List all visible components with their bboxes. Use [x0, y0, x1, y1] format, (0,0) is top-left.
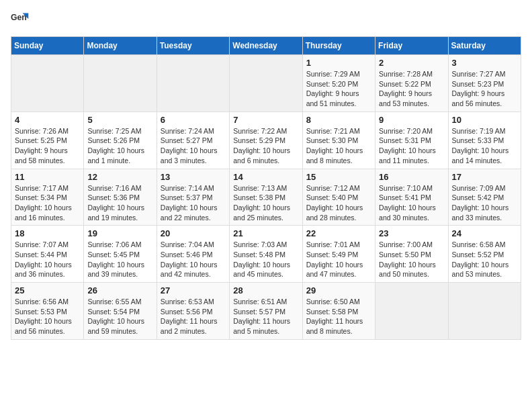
- day-number: 2: [379, 58, 444, 68]
- calendar-cell: 8Sunrise: 7:21 AM Sunset: 5:30 PM Daylig…: [302, 111, 375, 169]
- day-number: 17: [452, 172, 517, 182]
- day-header: Saturday: [448, 37, 521, 55]
- day-info: Sunrise: 7:28 AM Sunset: 5:22 PM Dayligh…: [379, 69, 444, 109]
- day-info: Sunrise: 7:13 AM Sunset: 5:38 PM Dayligh…: [233, 183, 298, 223]
- day-header: Tuesday: [157, 37, 229, 55]
- day-number: 26: [87, 285, 152, 295]
- calendar-cell: 26Sunrise: 6:55 AM Sunset: 5:54 PM Dayli…: [84, 283, 157, 340]
- day-number: 15: [306, 172, 371, 182]
- day-header: Wednesday: [230, 37, 302, 55]
- day-number: 19: [87, 228, 152, 238]
- day-number: 23: [379, 228, 444, 238]
- day-info: Sunrise: 7:03 AM Sunset: 5:48 PM Dayligh…: [233, 240, 298, 279]
- calendar-cell: 21Sunrise: 7:03 AM Sunset: 5:48 PM Dayli…: [230, 226, 302, 283]
- calendar-cell: 18Sunrise: 7:07 AM Sunset: 5:44 PM Dayli…: [11, 226, 84, 283]
- day-header: Thursday: [302, 37, 375, 55]
- day-info: Sunrise: 7:09 AM Sunset: 5:42 PM Dayligh…: [452, 183, 517, 223]
- calendar-cell: 24Sunrise: 6:58 AM Sunset: 5:52 PM Dayli…: [448, 226, 521, 283]
- calendar-cell: [84, 55, 157, 112]
- day-info: Sunrise: 7:16 AM Sunset: 5:36 PM Dayligh…: [87, 183, 152, 223]
- day-info: Sunrise: 7:17 AM Sunset: 5:34 PM Dayligh…: [15, 183, 80, 223]
- day-info: Sunrise: 7:27 AM Sunset: 5:23 PM Dayligh…: [452, 69, 517, 109]
- day-info: Sunrise: 7:01 AM Sunset: 5:49 PM Dayligh…: [306, 240, 371, 279]
- calendar-cell: 29Sunrise: 6:50 AM Sunset: 5:58 PM Dayli…: [302, 283, 375, 340]
- calendar-cell: [375, 283, 448, 340]
- calendar-cell: 25Sunrise: 6:56 AM Sunset: 5:53 PM Dayli…: [11, 283, 84, 340]
- calendar-cell: [157, 55, 229, 112]
- page-header: Gen: [11, 11, 521, 30]
- day-header: Sunday: [11, 37, 84, 55]
- day-number: 14: [233, 172, 298, 182]
- day-info: Sunrise: 6:53 AM Sunset: 5:56 PM Dayligh…: [161, 297, 226, 336]
- calendar-cell: 28Sunrise: 6:51 AM Sunset: 5:57 PM Dayli…: [230, 283, 302, 340]
- calendar-cell: 2Sunrise: 7:28 AM Sunset: 5:22 PM Daylig…: [375, 55, 448, 112]
- day-number: 28: [233, 285, 298, 295]
- day-info: Sunrise: 7:20 AM Sunset: 5:31 PM Dayligh…: [379, 126, 444, 166]
- calendar-cell: 20Sunrise: 7:04 AM Sunset: 5:46 PM Dayli…: [157, 226, 229, 283]
- day-number: 9: [379, 115, 444, 125]
- day-info: Sunrise: 7:29 AM Sunset: 5:20 PM Dayligh…: [306, 69, 371, 109]
- calendar-table: SundayMondayTuesdayWednesdayThursdayFrid…: [11, 36, 521, 340]
- day-info: Sunrise: 6:56 AM Sunset: 5:53 PM Dayligh…: [15, 297, 80, 336]
- day-info: Sunrise: 6:55 AM Sunset: 5:54 PM Dayligh…: [87, 297, 152, 336]
- calendar-cell: [230, 55, 302, 112]
- day-number: 11: [15, 172, 80, 182]
- day-number: 27: [161, 285, 226, 295]
- day-header: Friday: [375, 37, 448, 55]
- calendar-cell: 9Sunrise: 7:20 AM Sunset: 5:31 PM Daylig…: [375, 111, 448, 169]
- day-number: 16: [379, 172, 444, 182]
- day-number: 12: [87, 172, 152, 182]
- calendar-cell: 1Sunrise: 7:29 AM Sunset: 5:20 PM Daylig…: [302, 55, 375, 112]
- calendar-cell: 11Sunrise: 7:17 AM Sunset: 5:34 PM Dayli…: [11, 169, 84, 226]
- day-number: 20: [161, 228, 226, 238]
- day-info: Sunrise: 7:22 AM Sunset: 5:29 PM Dayligh…: [233, 126, 298, 166]
- calendar-cell: 6Sunrise: 7:24 AM Sunset: 5:27 PM Daylig…: [157, 111, 229, 169]
- day-info: Sunrise: 7:07 AM Sunset: 5:44 PM Dayligh…: [15, 240, 80, 279]
- day-number: 5: [87, 115, 152, 125]
- day-info: Sunrise: 7:21 AM Sunset: 5:30 PM Dayligh…: [306, 126, 371, 166]
- calendar-cell: [448, 283, 521, 340]
- calendar-cell: 3Sunrise: 7:27 AM Sunset: 5:23 PM Daylig…: [448, 55, 521, 112]
- day-info: Sunrise: 7:00 AM Sunset: 5:50 PM Dayligh…: [379, 240, 444, 279]
- day-header: Monday: [84, 37, 157, 55]
- day-number: 4: [15, 115, 80, 125]
- day-info: Sunrise: 7:25 AM Sunset: 5:26 PM Dayligh…: [87, 126, 152, 166]
- day-number: 6: [161, 115, 226, 125]
- calendar-cell: 10Sunrise: 7:19 AM Sunset: 5:33 PM Dayli…: [448, 111, 521, 169]
- day-number: 18: [15, 228, 80, 238]
- day-number: 10: [452, 115, 517, 125]
- calendar-cell: [11, 55, 84, 112]
- day-info: Sunrise: 6:58 AM Sunset: 5:52 PM Dayligh…: [452, 240, 517, 279]
- day-info: Sunrise: 7:06 AM Sunset: 5:45 PM Dayligh…: [87, 240, 152, 279]
- calendar-cell: 17Sunrise: 7:09 AM Sunset: 5:42 PM Dayli…: [448, 169, 521, 226]
- day-info: Sunrise: 7:19 AM Sunset: 5:33 PM Dayligh…: [452, 126, 517, 166]
- day-info: Sunrise: 7:12 AM Sunset: 5:40 PM Dayligh…: [306, 183, 371, 223]
- calendar-cell: 27Sunrise: 6:53 AM Sunset: 5:56 PM Dayli…: [157, 283, 229, 340]
- calendar-cell: 5Sunrise: 7:25 AM Sunset: 5:26 PM Daylig…: [84, 111, 157, 169]
- calendar-cell: 7Sunrise: 7:22 AM Sunset: 5:29 PM Daylig…: [230, 111, 302, 169]
- calendar-cell: 14Sunrise: 7:13 AM Sunset: 5:38 PM Dayli…: [230, 169, 302, 226]
- day-number: 3: [452, 58, 517, 68]
- logo-icon: Gen: [11, 11, 30, 30]
- day-info: Sunrise: 6:51 AM Sunset: 5:57 PM Dayligh…: [233, 297, 298, 336]
- day-number: 1: [306, 58, 371, 68]
- calendar-cell: 16Sunrise: 7:10 AM Sunset: 5:41 PM Dayli…: [375, 169, 448, 226]
- logo: Gen: [11, 11, 32, 30]
- day-number: 25: [15, 285, 80, 295]
- day-info: Sunrise: 7:14 AM Sunset: 5:37 PM Dayligh…: [161, 183, 226, 223]
- calendar-cell: 4Sunrise: 7:26 AM Sunset: 5:25 PM Daylig…: [11, 111, 84, 169]
- calendar-cell: 15Sunrise: 7:12 AM Sunset: 5:40 PM Dayli…: [302, 169, 375, 226]
- calendar-cell: 23Sunrise: 7:00 AM Sunset: 5:50 PM Dayli…: [375, 226, 448, 283]
- calendar-cell: 12Sunrise: 7:16 AM Sunset: 5:36 PM Dayli…: [84, 169, 157, 226]
- day-number: 7: [233, 115, 298, 125]
- day-info: Sunrise: 6:50 AM Sunset: 5:58 PM Dayligh…: [306, 297, 371, 336]
- day-number: 29: [306, 285, 371, 295]
- day-info: Sunrise: 7:10 AM Sunset: 5:41 PM Dayligh…: [379, 183, 444, 223]
- day-number: 21: [233, 228, 298, 238]
- day-number: 8: [306, 115, 371, 125]
- calendar-cell: 22Sunrise: 7:01 AM Sunset: 5:49 PM Dayli…: [302, 226, 375, 283]
- calendar-cell: 19Sunrise: 7:06 AM Sunset: 5:45 PM Dayli…: [84, 226, 157, 283]
- day-info: Sunrise: 7:04 AM Sunset: 5:46 PM Dayligh…: [161, 240, 226, 279]
- day-number: 22: [306, 228, 371, 238]
- calendar-cell: 13Sunrise: 7:14 AM Sunset: 5:37 PM Dayli…: [157, 169, 229, 226]
